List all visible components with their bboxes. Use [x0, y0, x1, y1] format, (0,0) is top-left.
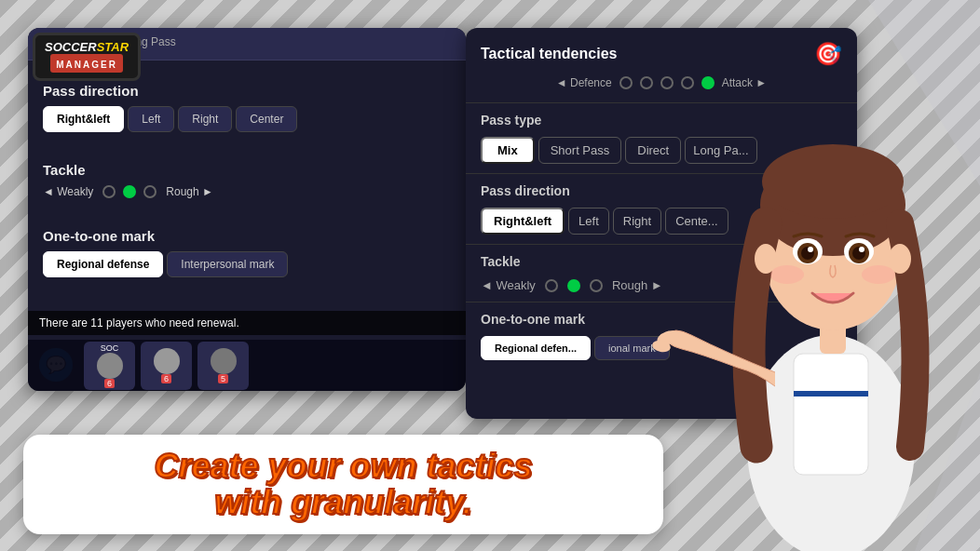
tackle-slider-row: ◄ Weakly Rough ► [43, 185, 451, 198]
svg-point-17 [770, 265, 804, 284]
player-card-3: 5 [197, 342, 249, 390]
svg-point-15 [808, 247, 813, 252]
tackle-dot-r-1 [545, 279, 558, 292]
tackle-dots [102, 185, 157, 198]
svg-rect-4 [794, 391, 868, 396]
tackle-label: Tackle [43, 162, 451, 178]
tactical-title: Tactical tendencies [481, 46, 617, 62]
logo-manager-badge: MANAGER [50, 54, 123, 73]
weakly-arrow[interactable]: ◄ Weakly [43, 185, 93, 198]
banner-line1: Create your own tactics [42, 448, 645, 485]
logo-box: SOCCER STAR MANAGER [33, 33, 141, 81]
btn-rightleft[interactable]: Right&left [43, 106, 124, 132]
btn-regional[interactable]: Regional defense [43, 251, 163, 277]
svg-point-21 [755, 244, 777, 274]
tackle-dot-2 [123, 185, 136, 198]
pass-direction-buttons: Right&left Left Right Center [43, 106, 451, 132]
svg-point-16 [859, 247, 864, 252]
logo-soccer: SOCCER STAR [45, 41, 129, 54]
character-illustration [635, 0, 980, 551]
player-card-2: 6 [141, 342, 192, 390]
rough-arrow[interactable]: Rough ► [166, 185, 213, 198]
btn-right[interactable]: Right [178, 106, 232, 132]
btn-mix[interactable]: Mix [481, 137, 535, 164]
player-card-1: SOC 6 [84, 342, 135, 390]
tackle-section: Tackle ◄ Weakly Rough ► [28, 162, 466, 217]
svg-point-18 [862, 265, 895, 284]
btn-rl-right[interactable]: Right&left [481, 208, 565, 235]
left-tactics-panel: Tactic Direct Long Pass Pass direction R… [28, 28, 466, 391]
weakly-label-right[interactable]: ◄ Weakly [481, 278, 536, 292]
notification-bar: There are 11 players who need renewal. [28, 311, 466, 335]
app-logo: SOCCER STAR MANAGER [33, 33, 141, 81]
btn-regional-right[interactable]: Regional defen... [481, 336, 591, 360]
svg-point-8 [762, 144, 904, 219]
player-bar: SOC 6 6 5 [28, 340, 466, 391]
btn-left-right[interactable]: Left [568, 208, 609, 235]
notification-text: There are 11 players who need renewal. [39, 316, 239, 329]
logo-star-text: STAR [97, 41, 129, 54]
pass-direction-label: Pass direction [43, 83, 451, 99]
svg-point-22 [889, 244, 911, 274]
tackle-dot-r-2 [567, 279, 580, 292]
da-dot-1 [619, 76, 633, 89]
banner-line2: with granularity. [42, 484, 645, 521]
tackle-dot-1 [102, 185, 116, 198]
one-to-one-buttons: Regional defense Interpersonal mark [43, 251, 451, 277]
svg-rect-3 [794, 354, 868, 475]
tackle-dot-3 [143, 185, 157, 198]
logo-manager-text: MANAGER [56, 60, 117, 70]
btn-center[interactable]: Center [236, 106, 297, 132]
btn-interpersonal[interactable]: Interpersonal mark [167, 251, 288, 277]
tackle-dot-r-3 [590, 279, 603, 292]
btn-short-pass[interactable]: Short Pass [538, 137, 622, 164]
one-to-one-label: One-to-one mark [43, 228, 451, 244]
defence-label: ◄ Defence [556, 76, 612, 89]
logo-soccer-text: SOCCER [45, 41, 97, 54]
bottom-banner: Create your own tactics with granularity… [23, 435, 663, 534]
btn-left[interactable]: Left [128, 106, 174, 132]
character-svg [635, 0, 980, 551]
one-to-one-section: One-to-one mark Regional defense Interpe… [28, 228, 466, 296]
